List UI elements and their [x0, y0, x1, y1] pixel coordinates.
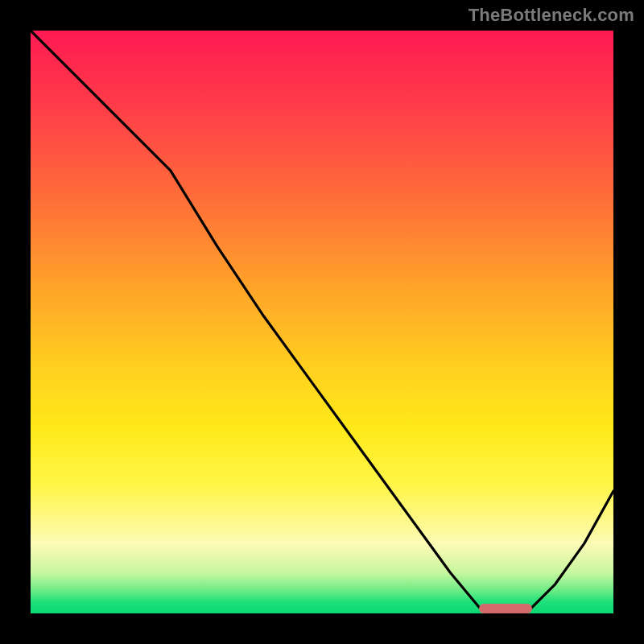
chart-container: TheBottleneck.com: [0, 0, 644, 644]
optimal-range-marker: [479, 604, 531, 613]
bottleneck-curve: [31, 31, 613, 613]
plot-area: [27, 27, 617, 617]
watermark-text: TheBottleneck.com: [469, 5, 634, 26]
